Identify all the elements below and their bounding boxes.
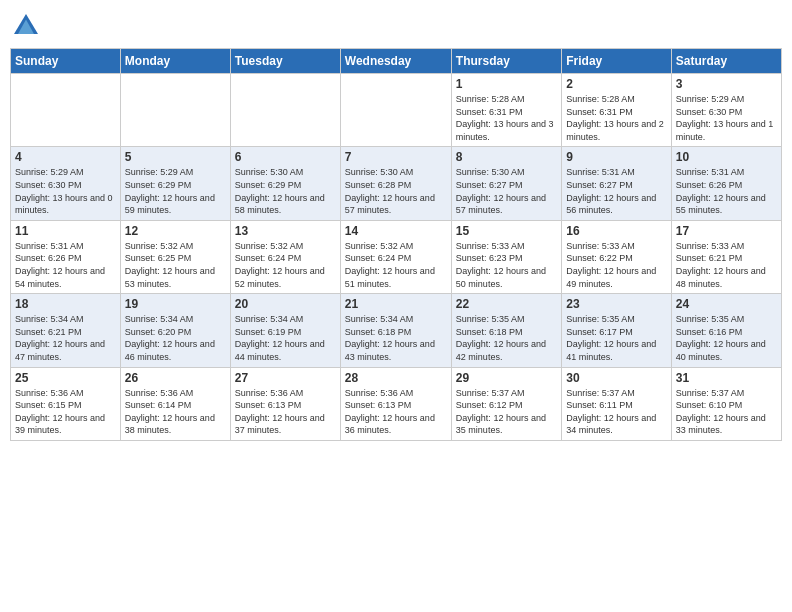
day-number: 5 [125,150,226,164]
day-info: Sunrise: 5:32 AM Sunset: 6:25 PM Dayligh… [125,240,226,290]
calendar-cell: 17Sunrise: 5:33 AM Sunset: 6:21 PM Dayli… [671,220,781,293]
calendar-week-row: 11Sunrise: 5:31 AM Sunset: 6:26 PM Dayli… [11,220,782,293]
weekday-header: Tuesday [230,49,340,74]
day-info: Sunrise: 5:36 AM Sunset: 6:13 PM Dayligh… [235,387,336,437]
day-info: Sunrise: 5:29 AM Sunset: 6:30 PM Dayligh… [15,166,116,216]
day-info: Sunrise: 5:29 AM Sunset: 6:29 PM Dayligh… [125,166,226,216]
calendar-cell: 1Sunrise: 5:28 AM Sunset: 6:31 PM Daylig… [451,74,561,147]
day-info: Sunrise: 5:29 AM Sunset: 6:30 PM Dayligh… [676,93,777,143]
calendar-cell: 10Sunrise: 5:31 AM Sunset: 6:26 PM Dayli… [671,147,781,220]
day-number: 4 [15,150,116,164]
day-number: 25 [15,371,116,385]
day-number: 3 [676,77,777,91]
calendar-cell: 25Sunrise: 5:36 AM Sunset: 6:15 PM Dayli… [11,367,121,440]
day-info: Sunrise: 5:36 AM Sunset: 6:14 PM Dayligh… [125,387,226,437]
day-info: Sunrise: 5:36 AM Sunset: 6:13 PM Dayligh… [345,387,447,437]
day-number: 2 [566,77,666,91]
calendar-cell: 4Sunrise: 5:29 AM Sunset: 6:30 PM Daylig… [11,147,121,220]
day-number: 13 [235,224,336,238]
calendar-cell: 30Sunrise: 5:37 AM Sunset: 6:11 PM Dayli… [562,367,671,440]
weekday-header-row: SundayMondayTuesdayWednesdayThursdayFrid… [11,49,782,74]
day-number: 6 [235,150,336,164]
day-number: 15 [456,224,557,238]
day-info: Sunrise: 5:37 AM Sunset: 6:10 PM Dayligh… [676,387,777,437]
day-info: Sunrise: 5:28 AM Sunset: 6:31 PM Dayligh… [456,93,557,143]
day-number: 7 [345,150,447,164]
day-info: Sunrise: 5:36 AM Sunset: 6:15 PM Dayligh… [15,387,116,437]
calendar-cell: 19Sunrise: 5:34 AM Sunset: 6:20 PM Dayli… [120,294,230,367]
calendar-cell: 15Sunrise: 5:33 AM Sunset: 6:23 PM Dayli… [451,220,561,293]
calendar-cell: 20Sunrise: 5:34 AM Sunset: 6:19 PM Dayli… [230,294,340,367]
day-number: 30 [566,371,666,385]
day-number: 9 [566,150,666,164]
day-number: 22 [456,297,557,311]
calendar-table: SundayMondayTuesdayWednesdayThursdayFrid… [10,48,782,441]
calendar-cell [230,74,340,147]
day-info: Sunrise: 5:35 AM Sunset: 6:18 PM Dayligh… [456,313,557,363]
day-info: Sunrise: 5:35 AM Sunset: 6:16 PM Dayligh… [676,313,777,363]
day-number: 20 [235,297,336,311]
weekday-header: Wednesday [340,49,451,74]
day-number: 11 [15,224,116,238]
day-info: Sunrise: 5:31 AM Sunset: 6:26 PM Dayligh… [15,240,116,290]
day-number: 21 [345,297,447,311]
calendar-cell: 12Sunrise: 5:32 AM Sunset: 6:25 PM Dayli… [120,220,230,293]
day-number: 17 [676,224,777,238]
calendar-cell: 23Sunrise: 5:35 AM Sunset: 6:17 PM Dayli… [562,294,671,367]
logo-icon [10,10,42,42]
weekday-header: Monday [120,49,230,74]
day-info: Sunrise: 5:33 AM Sunset: 6:21 PM Dayligh… [676,240,777,290]
calendar-cell: 29Sunrise: 5:37 AM Sunset: 6:12 PM Dayli… [451,367,561,440]
weekday-header: Saturday [671,49,781,74]
calendar-cell: 13Sunrise: 5:32 AM Sunset: 6:24 PM Dayli… [230,220,340,293]
day-number: 16 [566,224,666,238]
calendar-cell: 18Sunrise: 5:34 AM Sunset: 6:21 PM Dayli… [11,294,121,367]
day-info: Sunrise: 5:34 AM Sunset: 6:20 PM Dayligh… [125,313,226,363]
calendar-cell [11,74,121,147]
calendar-cell: 11Sunrise: 5:31 AM Sunset: 6:26 PM Dayli… [11,220,121,293]
day-number: 29 [456,371,557,385]
calendar-cell: 28Sunrise: 5:36 AM Sunset: 6:13 PM Dayli… [340,367,451,440]
day-number: 14 [345,224,447,238]
day-number: 28 [345,371,447,385]
logo [10,10,46,42]
calendar-cell [120,74,230,147]
day-info: Sunrise: 5:30 AM Sunset: 6:29 PM Dayligh… [235,166,336,216]
day-number: 12 [125,224,226,238]
day-number: 27 [235,371,336,385]
calendar-cell: 26Sunrise: 5:36 AM Sunset: 6:14 PM Dayli… [120,367,230,440]
calendar-cell: 8Sunrise: 5:30 AM Sunset: 6:27 PM Daylig… [451,147,561,220]
calendar-cell: 21Sunrise: 5:34 AM Sunset: 6:18 PM Dayli… [340,294,451,367]
calendar-week-row: 25Sunrise: 5:36 AM Sunset: 6:15 PM Dayli… [11,367,782,440]
weekday-header: Sunday [11,49,121,74]
day-number: 18 [15,297,116,311]
calendar-cell: 27Sunrise: 5:36 AM Sunset: 6:13 PM Dayli… [230,367,340,440]
day-number: 19 [125,297,226,311]
day-number: 23 [566,297,666,311]
calendar-week-row: 1Sunrise: 5:28 AM Sunset: 6:31 PM Daylig… [11,74,782,147]
day-number: 31 [676,371,777,385]
day-number: 8 [456,150,557,164]
calendar-cell: 6Sunrise: 5:30 AM Sunset: 6:29 PM Daylig… [230,147,340,220]
day-info: Sunrise: 5:31 AM Sunset: 6:26 PM Dayligh… [676,166,777,216]
page-header [10,10,782,42]
calendar-cell: 9Sunrise: 5:31 AM Sunset: 6:27 PM Daylig… [562,147,671,220]
day-number: 1 [456,77,557,91]
calendar-cell [340,74,451,147]
day-info: Sunrise: 5:33 AM Sunset: 6:22 PM Dayligh… [566,240,666,290]
calendar-cell: 2Sunrise: 5:28 AM Sunset: 6:31 PM Daylig… [562,74,671,147]
day-info: Sunrise: 5:32 AM Sunset: 6:24 PM Dayligh… [345,240,447,290]
day-number: 26 [125,371,226,385]
day-info: Sunrise: 5:37 AM Sunset: 6:11 PM Dayligh… [566,387,666,437]
calendar-cell: 7Sunrise: 5:30 AM Sunset: 6:28 PM Daylig… [340,147,451,220]
calendar-cell: 31Sunrise: 5:37 AM Sunset: 6:10 PM Dayli… [671,367,781,440]
day-info: Sunrise: 5:33 AM Sunset: 6:23 PM Dayligh… [456,240,557,290]
day-info: Sunrise: 5:34 AM Sunset: 6:18 PM Dayligh… [345,313,447,363]
calendar-cell: 24Sunrise: 5:35 AM Sunset: 6:16 PM Dayli… [671,294,781,367]
day-info: Sunrise: 5:31 AM Sunset: 6:27 PM Dayligh… [566,166,666,216]
calendar-cell: 14Sunrise: 5:32 AM Sunset: 6:24 PM Dayli… [340,220,451,293]
day-info: Sunrise: 5:30 AM Sunset: 6:27 PM Dayligh… [456,166,557,216]
calendar-cell: 3Sunrise: 5:29 AM Sunset: 6:30 PM Daylig… [671,74,781,147]
calendar-cell: 16Sunrise: 5:33 AM Sunset: 6:22 PM Dayli… [562,220,671,293]
calendar-cell: 5Sunrise: 5:29 AM Sunset: 6:29 PM Daylig… [120,147,230,220]
